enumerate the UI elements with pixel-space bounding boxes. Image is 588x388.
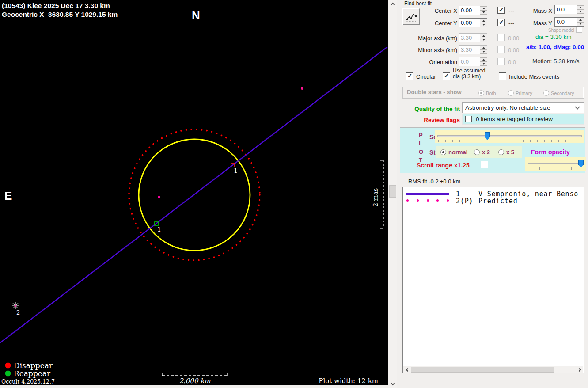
size-radio-group: normal x 2 x 5 xyxy=(436,146,522,158)
chord-line xyxy=(0,47,387,343)
spin-down-icon[interactable] xyxy=(577,10,584,14)
predicted-star-center xyxy=(15,305,17,307)
minor-axis-spinner[interactable] xyxy=(480,46,487,54)
spin-up-icon[interactable] xyxy=(480,46,487,50)
plot-letter-p: P xyxy=(419,132,423,138)
mass-x-label: Mass X xyxy=(520,8,552,14)
predicted-dot-upper xyxy=(301,87,303,90)
orientation-aux: 0.0 xyxy=(508,59,516,65)
mas-scale-ticks xyxy=(380,160,383,228)
chord-row-2-name[interactable]: Predicted xyxy=(478,197,517,205)
spin-up-icon[interactable] xyxy=(480,34,487,38)
spin-up-icon[interactable] xyxy=(480,6,487,11)
center-x-spinner[interactable] xyxy=(480,6,487,15)
center-y-spinner[interactable] xyxy=(480,19,487,27)
double-stars-secondary-radio[interactable] xyxy=(543,90,549,96)
form-opacity-thumb[interactable] xyxy=(578,160,584,167)
size-x2-label: x 2 xyxy=(482,149,490,156)
double-stars-primary-radio[interactable] xyxy=(508,90,514,96)
use-assumed-dia-checkbox[interactable] xyxy=(443,72,450,80)
scale-slider[interactable] xyxy=(435,130,584,143)
find-best-fit-button[interactable] xyxy=(402,8,420,25)
window-vertical-scrollbar[interactable] xyxy=(388,0,397,388)
predicted-dot-icon xyxy=(447,199,449,202)
form-opacity-groove xyxy=(528,163,583,164)
chord-row-2-number[interactable]: 2(P) xyxy=(456,197,473,205)
reappear-legend-icon xyxy=(5,371,11,377)
disappear-legend-label: Disappear xyxy=(14,361,53,370)
chord-list[interactable] xyxy=(402,187,584,373)
mas-scale-label: 2 mas xyxy=(372,188,379,207)
horizontal-scroll-thumb[interactable] xyxy=(411,367,554,373)
center-x-checkbox[interactable] xyxy=(497,7,505,14)
spin-up-icon[interactable] xyxy=(480,19,487,23)
scroll-up-button[interactable] xyxy=(388,0,397,7)
chord-row-1-swatch xyxy=(406,193,449,195)
plot-width-label: Plot width: 12 km xyxy=(319,377,378,385)
scale-slider-ticks xyxy=(438,140,581,142)
vertical-scroll-thumb[interactable] xyxy=(389,185,396,198)
spin-up-icon[interactable] xyxy=(577,5,584,10)
double-stars-title: Double stars - show xyxy=(407,89,462,95)
minor-axis-aux: 0.00 xyxy=(508,47,519,53)
form-opacity-slider[interactable] xyxy=(525,157,586,171)
star-label: 2 xyxy=(16,309,20,316)
double-stars-both-radio[interactable] xyxy=(478,90,484,96)
orientation-label: Orientation xyxy=(412,59,457,65)
spin-down-icon[interactable] xyxy=(480,50,487,54)
size-x5-radio[interactable] xyxy=(498,149,504,155)
size-normal-label: normal xyxy=(448,149,467,156)
occultation-plot[interactable]: 1 1 2 (10543) Klee 2025 Dec 17 3.30 km G… xyxy=(0,0,388,385)
form-opacity-label: Form opacity xyxy=(531,148,570,156)
use-assumed-dia-label: Use assumed dia (3.3 km) xyxy=(453,68,485,80)
predicted-dot-icon xyxy=(427,199,429,202)
plot-title-line2: Geocentric X -3630.85 Y 1029.15 km xyxy=(2,11,118,18)
review-flags-checkbox[interactable] xyxy=(465,116,472,122)
scroll-right-button[interactable] xyxy=(576,366,583,373)
shape-model-checkbox[interactable] xyxy=(576,27,582,33)
minor-axis-checkbox[interactable] xyxy=(497,46,505,53)
predicted-dot-icon xyxy=(417,199,419,202)
scroll-range-checkbox[interactable] xyxy=(481,161,488,168)
mass-y-spinner[interactable] xyxy=(577,18,584,26)
spin-down-icon[interactable] xyxy=(480,38,487,42)
size-x2-radio[interactable] xyxy=(474,149,480,155)
size-normal-radio[interactable] xyxy=(440,149,446,155)
circular-checkbox[interactable] xyxy=(406,72,413,80)
major-axis-checkbox[interactable] xyxy=(497,34,505,41)
quality-dropdown[interactable]: Astrometry only. No reliable size xyxy=(462,102,584,113)
predicted-dot-icon xyxy=(436,199,439,202)
spin-down-icon[interactable] xyxy=(480,62,487,66)
major-axis-spinner[interactable] xyxy=(480,34,487,42)
review-flags-box: 0 items are tagged for review xyxy=(462,114,584,125)
center-y-checkbox[interactable] xyxy=(497,19,505,26)
chevron-up-icon xyxy=(391,3,395,6)
predicted-dot-center xyxy=(158,196,160,198)
mass-x-spinner[interactable] xyxy=(577,5,584,14)
scale-slider-thumb[interactable] xyxy=(485,132,490,140)
chord-list-horizontal-scrollbar[interactable] xyxy=(403,366,583,373)
spin-up-icon[interactable] xyxy=(480,57,487,62)
orientation-spinner[interactable] xyxy=(480,57,487,66)
scroll-range-label: Scroll range x1.25 xyxy=(417,162,470,169)
quality-dropdown-value: Astrometry only. No reliable size xyxy=(465,104,550,111)
spin-down-icon[interactable] xyxy=(480,11,487,15)
review-flags-text: 0 items are tagged for review xyxy=(476,116,553,122)
fit-chart-icon xyxy=(404,10,418,23)
orientation-checkbox[interactable] xyxy=(497,58,505,65)
spin-up-icon[interactable] xyxy=(577,18,584,22)
plot-controls-panel: P L O T Scale Size normal x 2 x 5 Form o… xyxy=(400,127,585,173)
scroll-down-button[interactable] xyxy=(388,381,397,388)
chord-row-2-swatch xyxy=(406,199,449,202)
scroll-left-button[interactable] xyxy=(403,366,410,373)
spin-down-icon[interactable] xyxy=(577,22,584,27)
include-miss-checkbox[interactable] xyxy=(499,72,506,80)
scale-slider-groove xyxy=(437,135,582,137)
find-best-fit-header: Find best fit xyxy=(404,0,432,7)
ab-dmag-readout: a/b: 1.00, dMag: 0.00 xyxy=(526,44,584,50)
marker-label-1b: 1 xyxy=(157,226,161,233)
include-miss-label: Include Miss events xyxy=(509,73,559,80)
spin-down-icon[interactable] xyxy=(480,23,487,27)
quality-of-fit-label: Quality of the fit xyxy=(402,106,460,112)
marker-label-1a: 1 xyxy=(234,167,238,174)
